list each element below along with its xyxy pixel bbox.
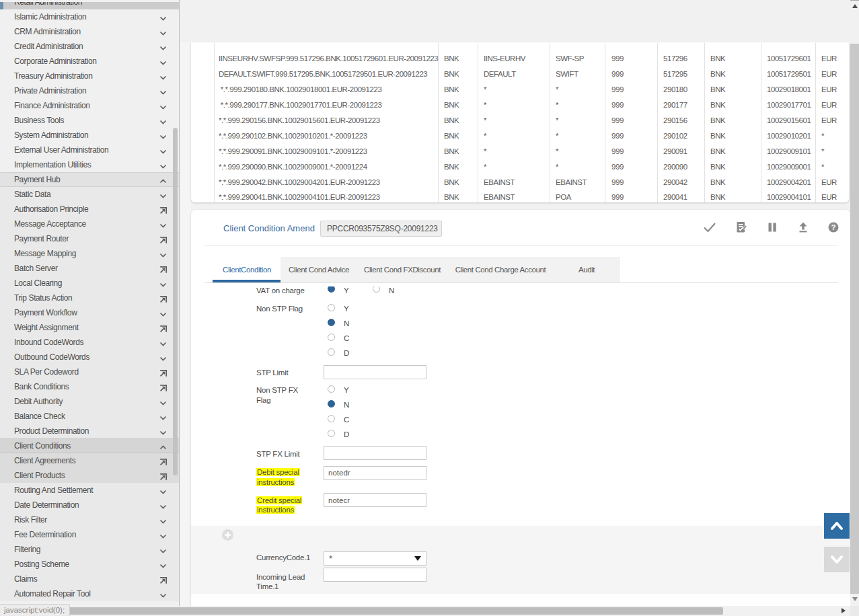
table-cell: BNK <box>710 175 725 190</box>
tab-clientcondition[interactable]: ClientCondition <box>213 257 281 282</box>
table-cell: BNK <box>444 144 459 159</box>
non-stp-flag-radio-n[interactable] <box>328 319 335 326</box>
sidebar-item-finance-administration[interactable]: Finance Administration <box>0 98 179 113</box>
table-row[interactable]: *.*.999.290041.BNK.10029004101.EUR-20091… <box>191 190 849 202</box>
sidebar-item-weight-assignment[interactable]: Weight Assignment <box>0 320 179 335</box>
scrollbar-down-arrow-icon[interactable] <box>852 597 858 601</box>
sidebar-item-payment-hub[interactable]: Payment Hub <box>0 172 179 187</box>
table-row[interactable]: *.*.999.290177.BNK.10029017701.EUR-20091… <box>191 98 849 113</box>
authorize-document-icon[interactable] <box>734 220 749 235</box>
sidebar-item-credit-administration[interactable]: Credit Administration <box>0 39 179 54</box>
sidebar-item-static-data[interactable]: Static Data <box>0 187 179 202</box>
sidebar-item-authorisation-principle[interactable]: Authorisation Principle <box>0 202 179 217</box>
sidebar-item-client-agreements[interactable]: Client Agreements <box>0 453 179 468</box>
sidebar-item-payment-workflow[interactable]: Payment Workflow <box>0 305 179 320</box>
vertical-scrollbar-thumb[interactable] <box>850 44 859 594</box>
table-cell: EUR <box>821 51 837 67</box>
scroll-section-down-button[interactable] <box>824 547 850 572</box>
sidebar-item-business-tools[interactable]: Business Tools <box>0 113 179 128</box>
debit-special-instructions-input[interactable] <box>324 466 426 480</box>
sidebar-item-automated-repair-tool[interactable]: Automated Repair Tool <box>0 586 179 601</box>
upload-icon[interactable] <box>796 220 811 235</box>
hold-pause-icon[interactable] <box>765 220 780 235</box>
currency-code-1-select[interactable]: * <box>324 551 426 566</box>
sidebar-item-inbound-codewords[interactable]: Inbound CodeWords <box>0 335 179 350</box>
stp-fx-limit-input[interactable] <box>324 446 426 460</box>
table-cell: * <box>484 128 486 144</box>
table-row[interactable]: *.*.999.290180.BNK.10029018001.EUR-20091… <box>191 82 849 98</box>
vat-on-charge-radio-n[interactable] <box>373 286 380 293</box>
sidebar-item-private-administration[interactable]: Private Administration <box>0 83 179 98</box>
non-stp-flag-radio-d[interactable] <box>328 348 335 356</box>
credit-special-instructions-input[interactable] <box>324 493 426 507</box>
sidebar-item-client-products[interactable]: Client Products <box>0 468 179 483</box>
sidebar-item-debit-authority[interactable]: Debit Authority <box>0 394 179 409</box>
sidebar-item-outbound-codewords[interactable]: Outbound CodeWords <box>0 350 179 364</box>
table-cell: BNK <box>444 113 459 128</box>
sidebar-item-balance-check[interactable]: Balance Check <box>0 409 179 424</box>
non-stp-fx-flag-radio-y[interactable] <box>328 385 335 393</box>
non-stp-fx-flag-radio-n[interactable] <box>328 400 335 408</box>
table-cell: 999 <box>611 98 624 113</box>
sidebar-item-filtering[interactable]: Filtering <box>0 542 179 557</box>
sidebar-item-label: SLA Per Codeword <box>14 364 79 379</box>
sidebar-item-batch-server[interactable]: Batch Server <box>0 261 179 276</box>
sidebar-item-date-determination[interactable]: Date Determination <box>0 498 179 512</box>
sidebar-scrollbar-thumb[interactable] <box>173 128 178 475</box>
table-row[interactable]: IINSEURHV.SWFSP.999.517296.BNK.100517296… <box>191 51 849 67</box>
stp-limit-input[interactable] <box>324 365 426 379</box>
sidebar-item-claims[interactable]: Claims <box>0 572 179 586</box>
sidebar-item-local-clearing[interactable]: Local Clearing <box>0 276 179 291</box>
non-stp-flag-radio-y[interactable] <box>328 304 335 311</box>
table-row[interactable]: DEFAULT.SWIFT.999.517295.BNK.10051729501… <box>191 67 849 82</box>
sidebar-item-external-user-administration[interactable]: External User Administration <box>0 143 179 157</box>
table-row[interactable]: *.*.999.290090.BNK.10029009001.*-2009122… <box>191 159 849 175</box>
sidebar-item-treasury-administration[interactable]: Treasury Administration <box>0 69 179 83</box>
sidebar-item-crm-administration[interactable]: CRM Administration <box>0 24 179 39</box>
chevron-down-icon <box>159 249 167 258</box>
table-row[interactable]: *.*.999.290156.BNK.10029015601.EUR-20091… <box>191 113 849 128</box>
sidebar-item-client-conditions[interactable]: Client Conditions <box>0 438 179 453</box>
sidebar-item-fee-determination[interactable]: Fee Determination <box>0 527 179 542</box>
chevron-up-icon <box>159 176 167 184</box>
sidebar-item-implementation-utilities[interactable]: Implementation Utilities <box>0 157 179 172</box>
sidebar-item-islamic-administration[interactable]: Islamic Administration <box>0 9 179 24</box>
sidebar-item-risk-filter[interactable]: Risk Filter <box>0 512 179 527</box>
sidebar-item-message-acceptance[interactable]: Message Acceptance <box>0 217 179 231</box>
help-icon[interactable]: ? <box>826 220 841 235</box>
sidebar-item-message-mapping[interactable]: Message Mapping <box>0 246 179 261</box>
sidebar-item-corporate-administration[interactable]: Corporate Administration <box>0 54 179 69</box>
sidebar-item-bank-conditions[interactable]: Bank Conditions <box>0 379 179 394</box>
non-stp-fx-flag-radio-d[interactable] <box>328 430 335 437</box>
sidebar-item-routing-and-settlement[interactable]: Routing And Settlement <box>0 483 179 498</box>
scroll-section-up-button[interactable] <box>824 513 850 539</box>
table-row[interactable]: *.*.999.290042.BNK.10029004201.EUR-20091… <box>191 175 849 190</box>
chevron-down-icon <box>159 87 167 95</box>
table-row[interactable]: *.*.999.290102.BNK.10029010201.*-2009122… <box>191 128 849 144</box>
table-cell: 999 <box>611 190 624 202</box>
tab-client-cond-advice[interactable]: Client Cond Advice <box>281 257 357 282</box>
sidebar-item-posting-scheme[interactable]: Posting Scheme <box>0 557 179 572</box>
non-stp-flag-radio-label: N <box>344 319 349 328</box>
tab-audit[interactable]: Audit <box>566 257 607 282</box>
approve-check-icon[interactable] <box>702 220 717 235</box>
sidebar-item-sla-per-codeword[interactable]: SLA Per Codeword <box>0 364 179 379</box>
scrollbar-up-arrow-icon[interactable] <box>852 4 858 8</box>
sidebar-item-label: Message Acceptance <box>14 217 86 231</box>
tab-client-cond-charge-account[interactable]: Client Cond Charge Account <box>447 257 554 282</box>
scrollbar-right-arrow-icon[interactable] <box>842 608 846 613</box>
sidebar-item-retail-administration[interactable]: Retail Administration <box>0 2 179 9</box>
add-row-button[interactable] <box>222 529 233 541</box>
vat-on-charge-radio-y[interactable] <box>328 286 335 293</box>
sidebar-item-system-administration[interactable]: System Administration <box>0 128 179 143</box>
sidebar-item-trip-status-action[interactable]: Trip Status Action <box>0 291 179 305</box>
sidebar-item-payment-router[interactable]: Payment Router <box>0 231 179 246</box>
incoming-lead-time-1-input[interactable] <box>324 568 426 582</box>
table-row[interactable]: *.*.999.290091.BNK.10029009101.*-2009122… <box>191 144 849 159</box>
horizontal-scrollbar-thumb[interactable] <box>0 607 723 615</box>
tab-client-cond-fxdiscount[interactable]: Client Cond FXDiscount <box>357 257 447 282</box>
non-stp-fx-flag-radio-c[interactable] <box>328 415 335 422</box>
chevron-down-icon <box>159 412 167 421</box>
non-stp-flag-radio-c[interactable] <box>328 334 335 341</box>
sidebar-item-product-determination[interactable]: Product Determination <box>0 424 179 438</box>
